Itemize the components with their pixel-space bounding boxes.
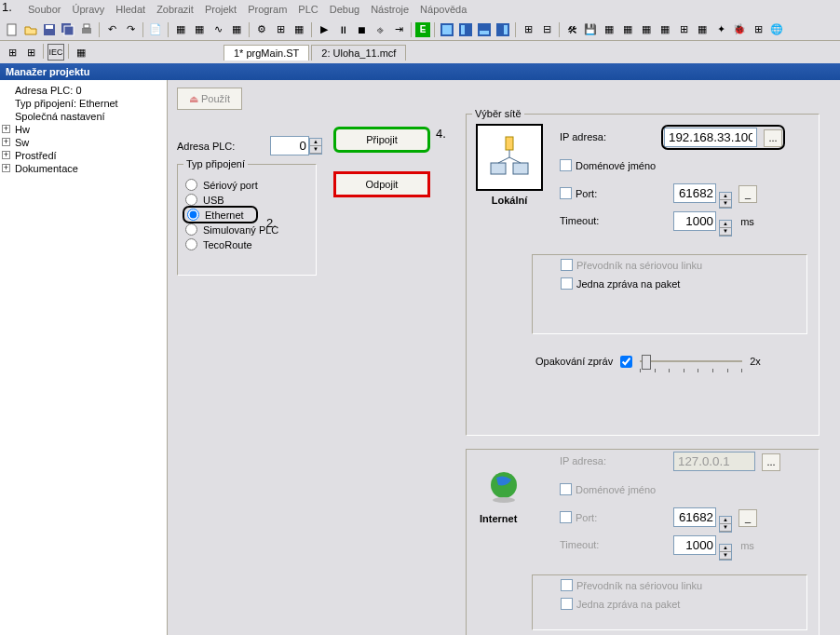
- connect-button[interactable]: Připojit: [335, 128, 428, 151]
- saveall-icon[interactable]: [60, 21, 76, 38]
- plc-addr-spinner[interactable]: ▲▼: [309, 138, 322, 155]
- tb-icon-d[interactable]: ▦: [228, 21, 245, 38]
- domain-checkbox[interactable]: [560, 159, 572, 171]
- inet-timeout-input[interactable]: [673, 535, 716, 555]
- new-icon[interactable]: [4, 21, 20, 38]
- tb-icon-h[interactable]: ▶: [316, 21, 332, 38]
- ip-browse-button[interactable]: ...: [764, 129, 782, 147]
- tb-icon-b[interactable]: ▦: [191, 21, 208, 38]
- timeout-spinner[interactable]: ▲▼: [719, 220, 732, 236]
- menu-projekt[interactable]: Projekt: [205, 4, 237, 15]
- menu-napoveda[interactable]: Nápověda: [420, 4, 467, 15]
- ext8-icon[interactable]: ▦: [694, 21, 711, 38]
- inet-timeout-label: Timeout:: [560, 539, 660, 550]
- tree-sw[interactable]: +Sw: [4, 136, 163, 149]
- ext12-icon[interactable]: 🌐: [768, 21, 785, 38]
- tab-prgmain[interactable]: 1* prgMain.ST: [224, 45, 309, 61]
- tb-icon-c[interactable]: ∿: [210, 21, 226, 38]
- menu-hledat[interactable]: Hledat: [115, 4, 145, 15]
- menu-plc[interactable]: PLC: [298, 4, 318, 15]
- open-icon[interactable]: [22, 21, 39, 38]
- menu-zobrazit[interactable]: Zobrazit: [156, 4, 194, 15]
- tb-icon-f[interactable]: ⊞: [272, 21, 289, 38]
- tree-prostredi[interactable]: +Prostředí: [4, 149, 163, 162]
- tree-plc-addr[interactable]: Adresa PLC: 0: [4, 84, 163, 97]
- radio-sim[interactable]: [185, 223, 197, 236]
- ext11-icon[interactable]: ⊞: [750, 21, 766, 38]
- menu-nastroje[interactable]: Nástroje: [371, 4, 409, 15]
- tb-icon-a[interactable]: ▦: [172, 21, 189, 38]
- port-input[interactable]: [673, 183, 716, 203]
- ip-input[interactable]: [664, 128, 757, 147]
- expand-icon[interactable]: +: [2, 164, 10, 172]
- doc-icon[interactable]: 📄: [147, 21, 164, 38]
- inet-port-button[interactable]: _: [738, 509, 757, 527]
- expand-icon[interactable]: +: [2, 125, 10, 133]
- menu-program[interactable]: Program: [248, 4, 287, 15]
- ext6-icon[interactable]: ▦: [657, 21, 673, 38]
- expand-icon[interactable]: +: [2, 151, 10, 159]
- panel3-icon[interactable]: [476, 21, 493, 38]
- ext1-icon[interactable]: 🛠: [563, 21, 580, 38]
- panel4-icon[interactable]: [495, 21, 511, 38]
- layout2-icon[interactable]: ⊟: [538, 21, 555, 38]
- port-button[interactable]: _: [738, 185, 757, 203]
- tab-uloha[interactable]: 2: Uloha_11.mcf: [311, 45, 406, 61]
- ext7-icon[interactable]: ⊞: [675, 21, 692, 38]
- tree-spolecna[interactable]: Společná nastavení: [4, 110, 163, 123]
- radio-usb[interactable]: [185, 194, 197, 206]
- ext10-icon[interactable]: 🐞: [731, 21, 748, 38]
- menu-debug[interactable]: Debug: [330, 4, 359, 15]
- conv-checkbox[interactable]: [561, 259, 573, 271]
- tree-dokumentace[interactable]: +Dokumentace: [4, 162, 163, 175]
- save-icon[interactable]: [41, 21, 58, 38]
- repeat-checkbox[interactable]: [620, 356, 632, 368]
- network-group-title: Výběr sítě: [472, 108, 524, 119]
- panel1-icon[interactable]: [439, 21, 455, 38]
- tb-icon-k[interactable]: ⎆: [372, 21, 388, 38]
- ext9-icon[interactable]: ✦: [712, 21, 729, 38]
- radio-teco[interactable]: [185, 238, 197, 250]
- inet-ip-browse[interactable]: ...: [762, 453, 780, 471]
- menu-upravy[interactable]: Úpravy: [72, 4, 104, 15]
- internet-globe-icon[interactable]: [485, 468, 522, 507]
- menu-soubor[interactable]: Soubor: [28, 4, 61, 15]
- port-checkbox[interactable]: [560, 187, 572, 199]
- inet-port-input[interactable]: [673, 507, 716, 527]
- mini1-icon[interactable]: ⊞: [4, 44, 20, 61]
- inet-timeout-spinner[interactable]: ▲▼: [719, 544, 732, 561]
- svg-point-22: [493, 497, 515, 503]
- panel2-icon[interactable]: [457, 21, 474, 38]
- inet-port-spinner[interactable]: ▲▼: [719, 516, 732, 533]
- repeat-slider[interactable]: [640, 353, 742, 370]
- undo-icon[interactable]: ↶: [103, 21, 120, 38]
- local-network-icon[interactable]: [476, 124, 543, 191]
- tree-hw[interactable]: +Hw: [4, 123, 163, 136]
- radio-ethernet[interactable]: [187, 209, 199, 221]
- print-icon[interactable]: [78, 21, 95, 38]
- plc-addr-input[interactable]: [270, 136, 309, 155]
- mini2-icon[interactable]: ⊞: [22, 44, 39, 61]
- tb-e-icon[interactable]: E: [415, 22, 430, 37]
- tb-icon-i[interactable]: ⏸: [334, 21, 351, 38]
- ext4-icon[interactable]: ▦: [619, 21, 636, 38]
- onemsg-checkbox[interactable]: [561, 277, 573, 290]
- ext3-icon[interactable]: ▦: [601, 21, 617, 38]
- mini4-icon[interactable]: ▦: [73, 44, 89, 61]
- timeout-input[interactable]: [673, 211, 716, 231]
- ext2-icon[interactable]: 💾: [582, 21, 599, 38]
- layout1-icon[interactable]: ⊞: [520, 21, 536, 38]
- port-spinner[interactable]: ▲▼: [719, 192, 732, 209]
- tb-icon-l[interactable]: ⇥: [390, 21, 407, 38]
- apply-button[interactable]: ⏏ Použít: [177, 88, 242, 110]
- tree-conn-type[interactable]: Typ připojení: Ethernet: [4, 97, 163, 110]
- radio-serial[interactable]: [185, 179, 197, 191]
- tb-icon-j[interactable]: ⏹: [353, 21, 370, 38]
- tb-icon-e[interactable]: ⚙: [253, 21, 270, 38]
- expand-icon[interactable]: +: [2, 138, 10, 146]
- redo-icon[interactable]: ↷: [122, 21, 139, 38]
- mini3-icon[interactable]: IEC: [47, 44, 64, 61]
- ext5-icon[interactable]: ▦: [638, 21, 655, 38]
- disconnect-button[interactable]: Odpojit: [335, 173, 428, 196]
- tb-icon-g[interactable]: ▦: [291, 21, 307, 38]
